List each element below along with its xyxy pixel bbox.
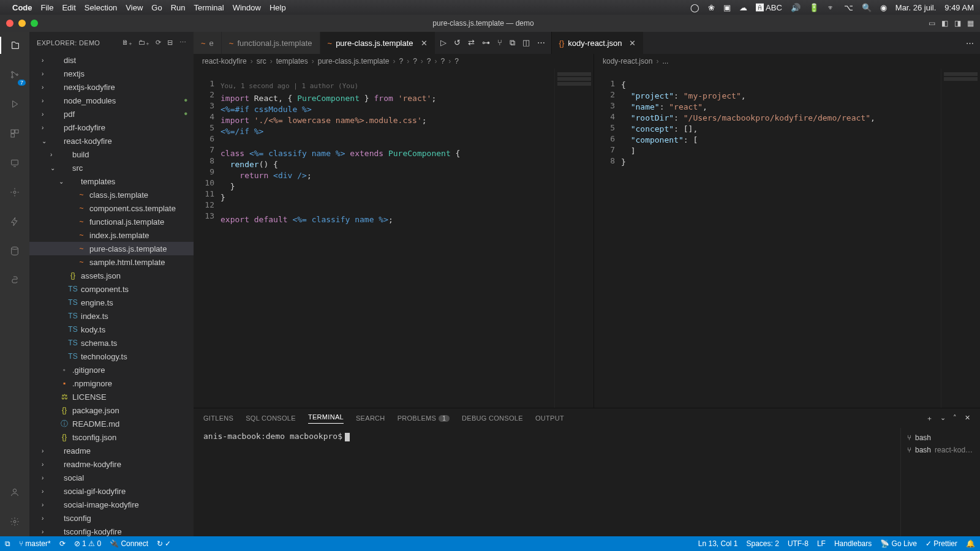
folder-readme[interactable]: ›readme bbox=[29, 444, 194, 457]
file-functional.js.template[interactable]: ~functional.js.template bbox=[29, 215, 194, 228]
breadcrumb-seg[interactable]: kody-react.json bbox=[603, 57, 652, 66]
file-index.ts[interactable]: TSindex.ts bbox=[29, 309, 194, 323]
menu-help[interactable]: Help bbox=[270, 3, 286, 12]
folder-readme-kodyfire[interactable]: ›readme-kodyfire bbox=[29, 457, 194, 471]
layout-customize-icon[interactable]: ▦ bbox=[967, 19, 974, 28]
file-README.md[interactable]: ⓘREADME.md bbox=[29, 417, 194, 430]
file-.gitignore[interactable]: ◦.gitignore bbox=[29, 363, 194, 377]
folder-node_modules[interactable]: ›node_modules• bbox=[29, 94, 194, 107]
screens-icon[interactable]: ▣ bbox=[723, 3, 731, 12]
folder-social-gif-kodyfire[interactable]: ›social-gif-kodyfire bbox=[29, 484, 194, 498]
file-component.css.template[interactable]: ~component.css.template bbox=[29, 201, 194, 215]
compare-icon[interactable]: ⇄ bbox=[468, 38, 475, 48]
branch-icon[interactable]: ⑂ bbox=[497, 38, 502, 48]
minimap-right[interactable] bbox=[941, 69, 980, 408]
breadcrumb-seg[interactable]: ? bbox=[441, 57, 445, 66]
panel-tab-gitlens[interactable]: GITLENS bbox=[203, 414, 233, 422]
layout-toggle-right-icon[interactable]: ◨ bbox=[954, 19, 961, 28]
breadcrumb-right[interactable]: kody-react.json›... bbox=[594, 54, 980, 69]
cloud-icon[interactable]: ☁︎ bbox=[739, 3, 747, 12]
menu-view[interactable]: View bbox=[126, 3, 143, 12]
file-tree[interactable]: ›dist›nextjs›nextjs-kodyfire›node_module… bbox=[29, 53, 194, 536]
status-language[interactable]: Handlebars bbox=[834, 539, 872, 548]
breadcrumb-seg[interactable]: ... bbox=[662, 57, 668, 66]
activity-database-icon[interactable] bbox=[6, 242, 23, 260]
split-icon[interactable]: ◫ bbox=[522, 38, 530, 48]
panel-tab-search[interactable]: SEARCH bbox=[356, 414, 385, 422]
layout-toggle-sidebar-icon[interactable]: ◧ bbox=[941, 19, 948, 28]
status-branch[interactable]: ⑂ master* bbox=[19, 539, 51, 548]
terminal-entry[interactable]: ⑂bash bbox=[906, 432, 975, 444]
diff-icon[interactable]: ⧉ bbox=[510, 38, 515, 48]
breadcrumb-seg[interactable]: pure-class.js.template bbox=[318, 57, 390, 66]
folder-src[interactable]: ⌄src bbox=[29, 161, 194, 174]
status-spaces[interactable]: Spaces: 2 bbox=[747, 539, 779, 548]
file-component.ts[interactable]: TScomponent.ts bbox=[29, 282, 194, 296]
folder-social[interactable]: ›social bbox=[29, 471, 194, 484]
input-lang[interactable]: 🅰 ABC bbox=[756, 3, 782, 12]
folder-dist[interactable]: ›dist bbox=[29, 53, 194, 67]
timeline-icon[interactable]: ↺ bbox=[454, 38, 461, 48]
status-bell-icon[interactable]: 🔔 bbox=[966, 539, 975, 548]
panel-tab-debugconsole[interactable]: DEBUG CONSOLE bbox=[462, 414, 523, 422]
file-class.js.template[interactable]: ~class.js.template bbox=[29, 188, 194, 201]
folder-social-image-kodyfire[interactable]: ›social-image-kodyfire bbox=[29, 498, 194, 511]
clock-date[interactable]: Mar. 26 juil. bbox=[895, 3, 936, 12]
activity-debug-icon[interactable] bbox=[6, 96, 23, 113]
status-liveshare-icon[interactable]: ↻ ✓ bbox=[157, 539, 171, 548]
panel-maximize-icon[interactable]: ˄ bbox=[953, 414, 957, 423]
activity-extensions-icon[interactable] bbox=[6, 125, 23, 142]
activity-settings-icon[interactable] bbox=[6, 513, 23, 530]
breadcrumb-seg[interactable]: ? bbox=[413, 57, 417, 66]
menu-selection[interactable]: Selection bbox=[85, 3, 117, 12]
folder-pdf-kodyfire[interactable]: ›pdf-kodyfire bbox=[29, 121, 194, 134]
file-technology.ts[interactable]: TStechnology.ts bbox=[29, 350, 194, 363]
folder-react-kodyfire[interactable]: ⌄react-kodyfire bbox=[29, 134, 194, 148]
new-file-icon[interactable]: 🗎₊ bbox=[122, 39, 133, 47]
file-package.json[interactable]: {}package.json bbox=[29, 403, 194, 417]
panel-close-icon[interactable]: ✕ bbox=[965, 414, 970, 423]
left-tab-e[interactable]: ~e bbox=[194, 32, 222, 54]
menu-window[interactable]: Window bbox=[233, 3, 261, 12]
window-minimize[interactable] bbox=[18, 20, 26, 27]
left-tab-functional.js.template[interactable]: ~functional.js.template bbox=[222, 32, 320, 54]
terminal[interactable]: anis-macbook:demo macbookpro$ bbox=[194, 428, 900, 536]
activity-python-icon[interactable] bbox=[6, 272, 23, 289]
close-icon[interactable]: ✕ bbox=[629, 39, 636, 48]
breadcrumb-seg[interactable]: ? bbox=[427, 57, 431, 66]
new-folder-icon[interactable]: 🗀₊ bbox=[138, 39, 149, 47]
folder-tsconfig[interactable]: ›tsconfig bbox=[29, 511, 194, 525]
more-icon[interactable]: ⋯ bbox=[179, 39, 186, 47]
file-tsconfig.json[interactable]: {}tsconfig.json bbox=[29, 430, 194, 444]
breadcrumb-seg[interactable]: ? bbox=[399, 57, 403, 66]
file-.npmignore[interactable]: ▪.npmignore bbox=[29, 377, 194, 390]
file-kody.ts[interactable]: TSkody.ts bbox=[29, 323, 194, 336]
file-assets.json[interactable]: {}assets.json bbox=[29, 269, 194, 282]
close-icon[interactable]: ✕ bbox=[421, 39, 428, 48]
breadcrumb-seg[interactable]: react-kodyfire bbox=[202, 57, 247, 66]
status-golive[interactable]: 📡 Go Live bbox=[880, 539, 917, 548]
panel-tab-sqlconsole[interactable]: SQL CONSOLE bbox=[246, 414, 296, 422]
clock-time[interactable]: 9:49 AM bbox=[944, 3, 974, 12]
activity-thunder-icon[interactable] bbox=[6, 213, 23, 230]
status-eol[interactable]: LF bbox=[817, 539, 826, 548]
battery-icon[interactable]: 🔋 bbox=[809, 3, 819, 12]
breadcrumb-left[interactable]: react-kodyfire›src›templates›pure-class.… bbox=[194, 54, 594, 69]
status-cursor[interactable]: Ln 13, Col 1 bbox=[698, 539, 738, 548]
run-icon[interactable]: ▷ bbox=[440, 38, 447, 48]
folder-templates[interactable]: ⌄templates bbox=[29, 174, 194, 188]
link-icon[interactable]: ⊶ bbox=[482, 38, 490, 48]
wifi-icon[interactable]: ᯤ bbox=[827, 3, 835, 12]
menu-go[interactable]: Go bbox=[151, 3, 162, 12]
activity-explorer-icon[interactable] bbox=[0, 37, 29, 54]
status-connect[interactable]: 🔌 Connect bbox=[110, 539, 148, 548]
file-sample.html.template[interactable]: ~sample.html.template bbox=[29, 255, 194, 269]
window-zoom[interactable] bbox=[31, 20, 38, 27]
new-terminal-icon[interactable]: ＋ bbox=[926, 414, 933, 423]
volume-icon[interactable]: 🔊 bbox=[791, 3, 801, 12]
panel-tab-output[interactable]: OUTPUT bbox=[535, 414, 564, 422]
status-problems[interactable]: ⊘ 1 ⚠ 0 bbox=[74, 539, 101, 548]
breadcrumb-seg[interactable]: templates bbox=[276, 57, 308, 66]
menu-edit[interactable]: Edit bbox=[62, 3, 75, 12]
status-encoding[interactable]: UTF-8 bbox=[788, 539, 809, 548]
